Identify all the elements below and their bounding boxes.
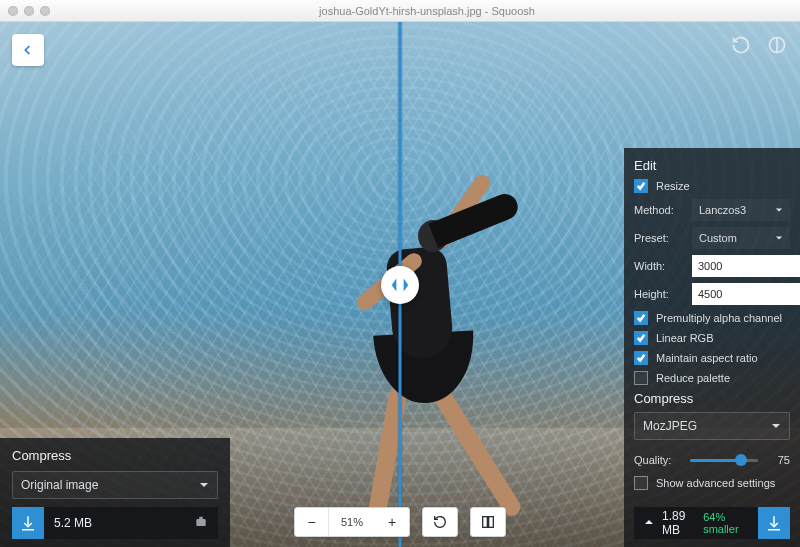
window-titlebar: joshua-GoldYt-hirsh-unsplash.jpg - Squoo…: [0, 0, 800, 22]
back-button[interactable]: [12, 34, 44, 66]
left-panel-heading: Compress: [12, 448, 218, 463]
zoom-level[interactable]: 51%: [329, 508, 375, 536]
resize-checkbox[interactable]: Resize: [634, 179, 790, 193]
contrast-icon[interactable]: [766, 34, 788, 56]
compress-heading: Compress: [634, 391, 790, 406]
premultiply-label: Premultiply alpha channel: [656, 312, 782, 324]
down-arrow-icon: [644, 516, 654, 530]
encoder-value: MozJPEG: [643, 419, 697, 433]
zoom-toolbar: − 51% +: [294, 507, 506, 537]
image-compare-canvas[interactable]: Compress Original image 5.2 MB Edit Resi: [0, 22, 800, 547]
method-label: Method:: [634, 204, 684, 216]
reduce-palette-label: Reduce palette: [656, 372, 730, 384]
window-title: joshua-GoldYt-hirsh-unsplash.jpg - Squoo…: [62, 5, 792, 17]
linear-rgb-checkbox[interactable]: Linear RGB: [634, 331, 790, 345]
advanced-settings-checkbox[interactable]: Show advanced settings: [634, 476, 790, 490]
left-encoder-value: Original image: [21, 478, 98, 492]
flip-button[interactable]: [471, 508, 505, 536]
svg-rect-1: [196, 519, 205, 526]
maintain-aspect-checkbox[interactable]: Maintain aspect ratio: [634, 351, 790, 365]
advanced-settings-label: Show advanced settings: [656, 477, 775, 489]
linear-rgb-label: Linear RGB: [656, 332, 713, 344]
left-info-icon[interactable]: [194, 515, 208, 532]
zoom-in-button[interactable]: +: [375, 508, 409, 536]
compare-handle[interactable]: [381, 266, 419, 304]
left-encoder-select[interactable]: Original image: [12, 471, 218, 499]
left-filesize: 5.2 MB: [54, 516, 92, 530]
right-filesize: 1.89 MB: [662, 509, 695, 537]
svg-rect-3: [483, 517, 488, 528]
preset-label: Preset:: [634, 232, 684, 244]
right-smaller: 64% smaller: [703, 511, 748, 535]
quality-value: 75: [766, 454, 790, 466]
method-select[interactable]: Lanczos3: [692, 199, 790, 221]
height-input[interactable]: [692, 283, 800, 305]
left-filesize-bar: 5.2 MB: [44, 507, 218, 539]
resize-label: Resize: [656, 180, 690, 192]
quality-slider[interactable]: [690, 450, 758, 470]
right-download-button[interactable]: [758, 507, 790, 539]
premultiply-checkbox[interactable]: Premultiply alpha channel: [634, 311, 790, 325]
svg-rect-2: [199, 516, 203, 518]
edit-heading: Edit: [634, 158, 790, 173]
width-label: Width:: [634, 260, 684, 272]
preset-select[interactable]: Custom: [692, 227, 790, 249]
maintain-aspect-label: Maintain aspect ratio: [656, 352, 758, 364]
reduce-palette-checkbox[interactable]: Reduce palette: [634, 371, 790, 385]
rotate-button[interactable]: [423, 508, 457, 536]
left-compress-panel: Compress Original image 5.2 MB: [0, 438, 230, 547]
width-input[interactable]: [692, 255, 800, 277]
right-filesize-bar: 1.89 MB 64% smaller: [634, 507, 758, 539]
svg-rect-4: [489, 517, 494, 528]
encoder-select[interactable]: MozJPEG: [634, 412, 790, 440]
window-controls[interactable]: [8, 6, 50, 16]
zoom-out-button[interactable]: −: [295, 508, 329, 536]
right-edit-panel: Edit Resize Method: Lanczos3 Preset: Cus…: [624, 148, 800, 547]
quality-label: Quality:: [634, 454, 682, 466]
rotate-icon[interactable]: [730, 34, 752, 56]
height-label: Height:: [634, 288, 684, 300]
left-download-button[interactable]: [12, 507, 44, 539]
